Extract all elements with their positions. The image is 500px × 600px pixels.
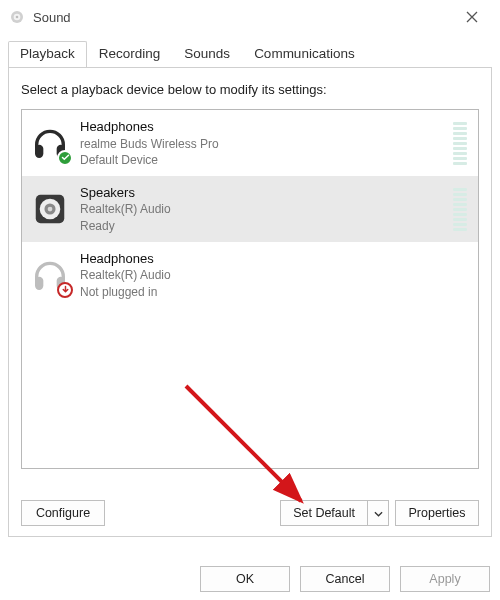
tab-panel-playback: Select a playback device below to modify…: [8, 67, 492, 537]
set-default-button[interactable]: Set Default: [280, 500, 367, 526]
check-badge-icon: [57, 150, 73, 166]
chevron-down-icon: [374, 506, 383, 520]
device-status: Default Device: [80, 152, 443, 168]
svg-point-2: [16, 16, 19, 19]
tab-communications[interactable]: Communications: [242, 41, 367, 68]
headphones-icon: [30, 255, 70, 295]
device-subtitle: Realtek(R) Audio: [80, 201, 443, 217]
tab-label: Sounds: [184, 46, 230, 61]
device-info: Headphones realme Buds Wireless Pro Defa…: [80, 118, 443, 168]
svg-rect-3: [35, 145, 43, 158]
device-name: Speakers: [80, 184, 443, 202]
svg-rect-9: [35, 276, 43, 289]
device-subtitle: Realtek(R) Audio: [80, 267, 470, 283]
device-name: Headphones: [80, 118, 443, 136]
tab-playback[interactable]: Playback: [8, 41, 87, 68]
sound-icon: [8, 8, 26, 26]
close-button[interactable]: [452, 2, 492, 32]
dialog-footer: OK Cancel Apply: [200, 566, 490, 592]
properties-button[interactable]: Properties: [395, 500, 479, 526]
apply-button[interactable]: Apply: [400, 566, 490, 592]
arrow-down-badge-icon: [57, 282, 73, 298]
device-row[interactable]: Headphones Realtek(R) Audio Not plugged …: [22, 242, 478, 308]
device-info: Speakers Realtek(R) Audio Ready: [80, 184, 443, 234]
device-status: Ready: [80, 218, 443, 234]
tab-label: Recording: [99, 46, 161, 61]
panel-button-row: Configure Set Default Properties: [21, 500, 479, 526]
device-name: Headphones: [80, 250, 470, 268]
svg-point-8: [48, 207, 53, 212]
tab-recording[interactable]: Recording: [87, 41, 173, 68]
device-status: Not plugged in: [80, 284, 470, 300]
cancel-button[interactable]: Cancel: [300, 566, 390, 592]
level-meter-icon: [453, 121, 467, 165]
configure-button[interactable]: Configure: [21, 500, 105, 526]
device-subtitle: realme Buds Wireless Pro: [80, 136, 443, 152]
headphones-icon: [30, 123, 70, 163]
device-row[interactable]: Speakers Realtek(R) Audio Ready: [22, 176, 478, 242]
speaker-icon: [30, 189, 70, 229]
level-meter-icon: [453, 187, 467, 231]
window-title: Sound: [33, 10, 71, 25]
set-default-split-button: Set Default: [280, 500, 389, 526]
tab-label: Playback: [20, 46, 75, 61]
device-info: Headphones Realtek(R) Audio Not plugged …: [80, 250, 470, 300]
tab-strip: Playback Recording Sounds Communications: [0, 40, 500, 67]
ok-button[interactable]: OK: [200, 566, 290, 592]
instruction-text: Select a playback device below to modify…: [21, 82, 479, 97]
tab-sounds[interactable]: Sounds: [172, 41, 242, 68]
device-list[interactable]: Headphones realme Buds Wireless Pro Defa…: [21, 109, 479, 469]
device-row[interactable]: Headphones realme Buds Wireless Pro Defa…: [22, 110, 478, 176]
tab-label: Communications: [254, 46, 355, 61]
set-default-dropdown-button[interactable]: [367, 500, 389, 526]
titlebar: Sound: [0, 0, 500, 34]
